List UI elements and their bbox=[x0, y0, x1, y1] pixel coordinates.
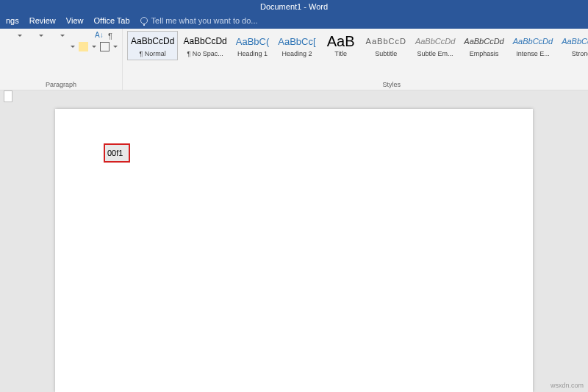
ribbon-tabs: ngs Review View Office Tab Tell me what … bbox=[0, 13, 588, 29]
style-intense-e---[interactable]: AaBbCcDdIntense E... bbox=[509, 31, 556, 60]
style---no-spac---[interactable]: AaBbCcDd¶ No Spac... bbox=[179, 31, 230, 60]
style-emphasis[interactable]: AaBbCcDdEmphasis bbox=[460, 31, 507, 60]
style---normal[interactable]: AaBbCcDd¶ Normal bbox=[127, 31, 178, 60]
line-spacing-icon[interactable] bbox=[57, 42, 67, 51]
document-page[interactable]: 00f1 bbox=[55, 109, 533, 392]
justify-icon[interactable] bbox=[44, 42, 54, 51]
style-name: Intense E... bbox=[513, 50, 553, 57]
paragraph-buttons: A↓ ¶ bbox=[4, 31, 118, 51]
style-name: Subtle Em... bbox=[415, 50, 455, 57]
paragraph-group-label: Paragraph bbox=[4, 81, 118, 88]
dropdown-icon[interactable] bbox=[92, 46, 96, 48]
styles-group-label: Styles bbox=[127, 81, 588, 88]
style-name: Emphasis bbox=[464, 50, 503, 57]
style-name: ¶ Normal bbox=[131, 50, 174, 57]
tab-selector[interactable] bbox=[4, 90, 12, 102]
style-sample: AaBbCcDc bbox=[562, 34, 588, 49]
style-name: Subtitle bbox=[366, 50, 406, 57]
tab-review[interactable]: Review bbox=[29, 16, 56, 25]
dropdown-icon[interactable] bbox=[18, 35, 22, 37]
style-name: ¶ No Spac... bbox=[183, 50, 226, 57]
document-workspace: 00f1 bbox=[0, 105, 588, 392]
title-bar: Document1 - Word bbox=[0, 0, 588, 13]
typed-text-highlight[interactable]: 00f1 bbox=[104, 143, 130, 163]
style-heading-2[interactable]: AaBbCc[Heading 2 bbox=[274, 31, 319, 60]
style-sample: AaBbCc[ bbox=[278, 34, 315, 49]
style-sample: AaBbCcDd bbox=[183, 34, 226, 49]
style-name: Strong bbox=[562, 50, 588, 57]
styles-group: AaBbCcDd¶ NormalAaBbCcDd¶ No Spac...AaBb… bbox=[123, 29, 588, 90]
style-subtle-em---[interactable]: AaBbCcDdSubtle Em... bbox=[412, 31, 459, 60]
show-marks-icon[interactable]: ¶ bbox=[108, 32, 112, 40]
style-strong[interactable]: AaBbCcDcStrong bbox=[558, 31, 588, 60]
align-center-icon[interactable] bbox=[18, 42, 27, 51]
style-sample: AaBbCcD bbox=[366, 34, 406, 49]
style-sample: AaBbCcDd bbox=[464, 34, 503, 49]
tab-view[interactable]: View bbox=[66, 16, 84, 25]
numbering-icon[interactable] bbox=[26, 31, 35, 40]
dropdown-icon[interactable] bbox=[39, 35, 43, 37]
ribbon: A↓ ¶ Paragraph AaBbCcDd¶ NormalAaBbCcDd¶… bbox=[0, 29, 588, 90]
style-title[interactable]: AaBTitle bbox=[321, 31, 361, 60]
shading-icon[interactable] bbox=[79, 42, 88, 51]
sort-icon[interactable]: A↓ bbox=[95, 31, 104, 40]
style-subtitle[interactable]: AaBbCcDSubtitle bbox=[362, 31, 410, 60]
style-heading-1[interactable]: AaBbC(Heading 1 bbox=[232, 31, 273, 60]
tab-office-tab[interactable]: Office Tab bbox=[93, 16, 129, 25]
tab-ngs[interactable]: ngs bbox=[6, 16, 19, 25]
window-title: Document1 - Word bbox=[260, 2, 328, 11]
style-name: Title bbox=[325, 50, 357, 57]
style-sample: AaBbC( bbox=[236, 34, 270, 49]
decrease-indent-icon[interactable] bbox=[68, 31, 78, 40]
style-name: Heading 2 bbox=[278, 50, 315, 57]
dropdown-icon[interactable] bbox=[71, 46, 75, 48]
tell-me-placeholder: Tell me what you want to do... bbox=[151, 16, 258, 25]
style-sample: AaBbCcDd bbox=[415, 34, 455, 49]
align-right-icon[interactable] bbox=[31, 42, 40, 51]
bullets-icon[interactable] bbox=[4, 31, 14, 40]
ruler bbox=[0, 90, 588, 105]
multilevel-list-icon[interactable] bbox=[47, 31, 57, 40]
borders-icon[interactable] bbox=[100, 42, 110, 51]
tell-me-search[interactable]: Tell me what you want to do... bbox=[140, 16, 258, 25]
lightbulb-icon bbox=[140, 17, 148, 24]
increase-indent-icon[interactable] bbox=[82, 31, 91, 40]
style-sample: AaB bbox=[325, 34, 357, 49]
style-sample: AaBbCcDd bbox=[131, 34, 174, 49]
dropdown-icon[interactable] bbox=[60, 35, 65, 37]
dropdown-icon[interactable] bbox=[113, 46, 118, 48]
align-left-icon[interactable] bbox=[4, 42, 14, 51]
styles-gallery: AaBbCcDd¶ NormalAaBbCcDd¶ No Spac...AaBb… bbox=[127, 31, 588, 60]
style-name: Heading 1 bbox=[236, 50, 270, 57]
paragraph-group: A↓ ¶ Paragraph bbox=[0, 29, 123, 90]
attribution-text: wsxdn.com bbox=[551, 382, 584, 389]
style-sample: AaBbCcDd bbox=[513, 34, 553, 49]
document-text: 00f1 bbox=[107, 149, 123, 157]
